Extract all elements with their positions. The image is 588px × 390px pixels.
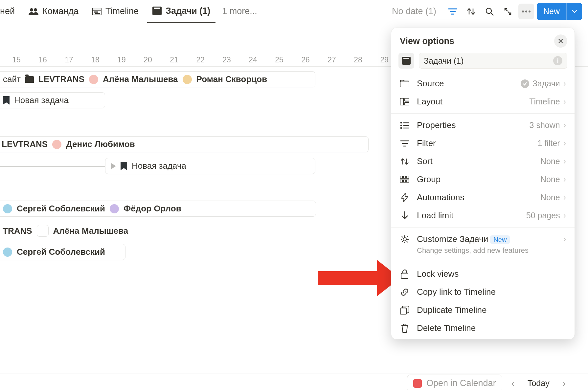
timeline-card[interactable]: Сергей Соболевский Фёдор Орлов [0, 201, 316, 217]
svg-rect-17 [403, 58, 409, 59]
row-copy-link[interactable]: Copy link to Timeline [391, 283, 575, 301]
timeline-card[interactable]: TRANS Алёна Малышева [0, 222, 133, 239]
svg-rect-18 [400, 81, 409, 87]
close-button[interactable] [554, 34, 567, 48]
bolt-icon [400, 193, 410, 202]
new-button[interactable]: New [537, 3, 582, 20]
svg-point-13 [522, 11, 524, 12]
next-button[interactable]: › [560, 377, 568, 390]
group-icon [400, 176, 410, 183]
view-name-input[interactable]: Задачи (1) i [419, 53, 567, 69]
tabs-more[interactable]: 1 more... [219, 6, 260, 16]
open-in-calendar-label: Open in Calendar [426, 378, 496, 388]
chevron-right-icon: › [563, 79, 566, 88]
more-button[interactable] [518, 4, 534, 19]
timeline-card[interactable]: Новая задача [0, 92, 105, 108]
board-icon[interactable] [398, 53, 414, 69]
person-name: Сергей Соболевский [17, 247, 105, 257]
chevron-right-icon: › [563, 120, 566, 130]
chevron-right-icon: › [563, 193, 566, 202]
timeline-card[interactable]: сайт LEVTRANS Алёна Малышева Роман Сквор… [0, 71, 315, 87]
list-icon [400, 122, 410, 129]
avatar [52, 140, 61, 149]
date-cell: 15 [3, 55, 30, 64]
view-tabs: ней Команда Timeline Задачи (1) 1 more..… [0, 0, 260, 23]
person-name: Алёна Малышева [103, 74, 178, 84]
svg-point-1 [34, 8, 37, 11]
expand-icon[interactable] [111, 163, 116, 169]
tab-timeline[interactable]: Timeline [87, 0, 144, 23]
avatar [110, 204, 119, 213]
date-cell: 19 [108, 55, 135, 64]
svg-point-11 [486, 8, 491, 13]
tab-label: Задачи (1) [166, 6, 210, 16]
svg-rect-20 [405, 98, 409, 101]
new-badge: New [490, 235, 510, 244]
row-group[interactable]: Group None› [391, 170, 575, 188]
avatar [3, 248, 12, 257]
folder-label: LEVTRANS [38, 74, 84, 84]
today-button[interactable]: Today [524, 376, 554, 390]
customize-subtitle: Change settings, add new features [391, 246, 575, 259]
tab-tasks[interactable]: Задачи (1) [147, 0, 215, 23]
date-cell: 25 [266, 55, 292, 64]
open-in-calendar-bottom[interactable]: Open in Calendar [407, 375, 502, 390]
svg-point-15 [529, 11, 531, 12]
row-duplicate[interactable]: Duplicate Timeline [391, 301, 575, 319]
svg-point-0 [30, 8, 33, 11]
chevron-right-icon: › [563, 175, 566, 184]
date-cell: 21 [161, 55, 187, 64]
toolbar-actions: No date (1) New [386, 3, 585, 20]
row-load-limit[interactable]: Load limit 50 pages› [391, 206, 575, 225]
tab-partial[interactable]: ней [0, 0, 20, 23]
row-filter[interactable]: Filter 1 filter› [391, 134, 575, 152]
day-divider [317, 67, 317, 296]
row-delete[interactable]: Delete Timeline [391, 319, 575, 337]
no-date-label[interactable]: No date (1) [386, 6, 442, 16]
check-icon [521, 79, 529, 88]
svg-rect-4 [94, 11, 98, 13]
filter-button[interactable] [445, 4, 461, 19]
view-name-value: Задачи (1) [424, 56, 464, 66]
person-name: Алёна Малышева [53, 226, 128, 236]
card-text: сайт [3, 74, 21, 84]
info-icon[interactable]: i [553, 56, 562, 65]
prev-button[interactable]: ‹ [509, 377, 517, 390]
expand-button[interactable] [500, 4, 516, 19]
row-automations[interactable]: Automations None› [391, 188, 575, 206]
close-icon [558, 38, 564, 44]
person-name: Сергей Соболевский [17, 204, 105, 214]
folder-icon [25, 76, 34, 83]
row-source[interactable]: Source Задачи› [391, 75, 575, 93]
timeline-card[interactable]: Новая задача [105, 158, 315, 174]
date-cell: 26 [292, 55, 319, 64]
tab-label: ней [0, 6, 15, 16]
timeline-card[interactable]: Сергей Соболевский [0, 244, 125, 260]
svg-rect-7 [154, 8, 160, 9]
date-cell: 22 [187, 55, 214, 64]
bookmark-icon [121, 162, 127, 170]
chevron-right-icon: › [563, 211, 566, 220]
sort-button[interactable] [463, 4, 479, 19]
new-button-dropdown[interactable] [566, 3, 582, 20]
calendar-icon [413, 379, 422, 388]
timeline-icon [92, 8, 102, 15]
view-name-row: Задачи (1) i [398, 53, 567, 69]
row-lock[interactable]: Lock views [391, 265, 575, 283]
avatar [37, 225, 49, 237]
tab-team[interactable]: Команда [23, 0, 84, 23]
svg-rect-32 [403, 176, 406, 178]
person-name: Роман Скворцов [196, 74, 267, 84]
row-customize[interactable]: Customize ЗадачиNew › [391, 230, 575, 248]
date-cell: 24 [240, 55, 266, 64]
filter-icon [400, 140, 410, 147]
timeline-card[interactable]: LEVTRANS Денис Любимов [0, 136, 369, 152]
row-sort[interactable]: Sort None› [391, 152, 575, 170]
row-properties[interactable]: Properties 3 shown› [391, 116, 575, 134]
svg-rect-36 [407, 180, 409, 182]
avatar [183, 75, 192, 84]
search-button[interactable] [482, 4, 497, 19]
row-layout[interactable]: Layout Timeline› [391, 93, 575, 111]
date-cell: 28 [345, 55, 371, 64]
duplicate-icon [400, 306, 410, 314]
